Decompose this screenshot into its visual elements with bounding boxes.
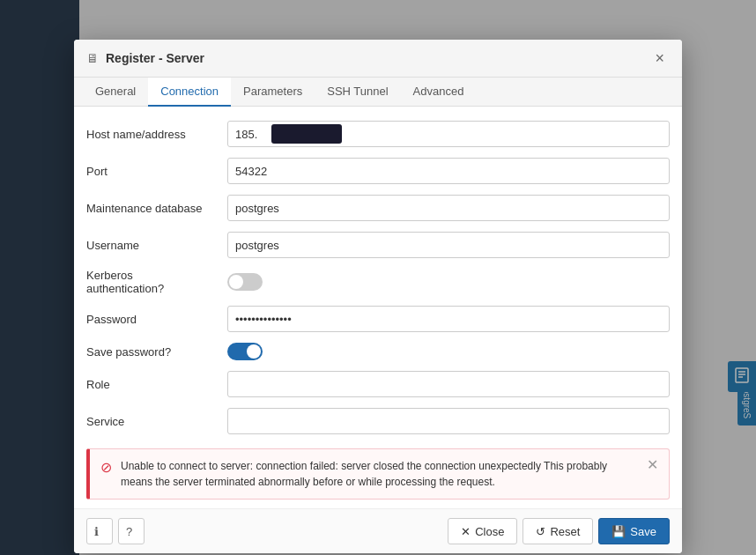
close-label: Close <box>475 525 504 538</box>
help-button[interactable]: ? <box>118 518 145 544</box>
info-button[interactable]: ℹ <box>86 518 113 544</box>
port-label: Port <box>86 165 227 178</box>
save-password-slider <box>227 343 263 360</box>
username-label: Username <box>86 239 227 252</box>
save-password-toggle[interactable] <box>227 343 263 360</box>
reset-button[interactable]: ↺ Reset <box>523 518 593 544</box>
host-label: Host name/address <box>86 128 227 141</box>
tab-connection[interactable]: Connection <box>148 78 231 107</box>
host-input[interactable] <box>227 121 670 147</box>
port-input[interactable] <box>227 158 670 184</box>
username-row: Username <box>86 232 670 258</box>
server-icon: 🖥 <box>86 51 99 65</box>
register-server-modal: 🖥 Register - Server × General Connection… <box>74 40 682 553</box>
kerberos-row: Kerberosauthentication? <box>86 269 670 295</box>
password-label: Password <box>86 313 227 326</box>
footer-left-buttons: ℹ ? <box>86 518 145 544</box>
help-icon: ? <box>126 525 132 538</box>
tab-ssh-tunnel[interactable]: SSH Tunnel <box>315 78 400 107</box>
modal-title: Register - Server <box>106 51 204 65</box>
form-body: Host name/address Port Maintenance datab… <box>74 107 682 448</box>
kerberos-toggle[interactable] <box>227 273 263 291</box>
close-button[interactable]: ✕ Close <box>448 518 517 544</box>
service-input[interactable] <box>227 408 670 434</box>
reset-icon: ↺ <box>536 525 545 538</box>
modal-close-x-button[interactable]: × <box>649 48 670 68</box>
kerberos-label: Kerberosauthentication? <box>86 269 227 295</box>
reset-label: Reset <box>550 525 580 538</box>
maintenance-db-input[interactable] <box>227 195 670 221</box>
tab-parameters[interactable]: Parameters <box>231 78 315 107</box>
error-close-button[interactable]: ✕ <box>647 458 658 472</box>
modal-footer: ℹ ? ✕ Close ↺ Reset 💾 Save <box>74 508 682 553</box>
service-row: Service <box>86 408 670 434</box>
port-row: Port <box>86 158 670 184</box>
save-password-row: Save password? <box>86 343 670 360</box>
role-input[interactable] <box>227 371 670 397</box>
info-icon: ℹ <box>94 525 99 538</box>
save-icon: 💾 <box>611 525 626 538</box>
modal-header: 🖥 Register - Server × <box>74 40 682 78</box>
save-label: Save <box>630 525 656 538</box>
username-input[interactable] <box>227 232 670 258</box>
modal-overlay: 🖥 Register - Server × General Connection… <box>0 0 756 555</box>
maintenance-db-label: Maintenance database <box>86 202 227 215</box>
service-label: Service <box>86 415 227 428</box>
error-icon: ⊘ <box>100 459 112 476</box>
maintenance-db-row: Maintenance database <box>86 195 670 221</box>
error-banner: ⊘ Unable to connect to server: connectio… <box>86 448 670 500</box>
host-row: Host name/address <box>86 121 670 147</box>
password-row: Password <box>86 306 670 332</box>
kerberos-slider <box>227 273 263 291</box>
role-label: Role <box>86 378 227 391</box>
tab-bar: General Connection Parameters SSH Tunnel… <box>74 78 682 107</box>
footer-right-buttons: ✕ Close ↺ Reset 💾 Save <box>448 518 670 544</box>
role-row: Role <box>86 371 670 397</box>
password-input[interactable] <box>227 306 670 332</box>
tab-advanced[interactable]: Advanced <box>401 78 477 107</box>
close-icon: ✕ <box>461 525 471 538</box>
modal-title-area: 🖥 Register - Server <box>86 51 204 65</box>
save-button[interactable]: 💾 Save <box>598 518 670 544</box>
save-password-label: Save password? <box>86 345 227 359</box>
tab-general[interactable]: General <box>83 78 148 107</box>
error-message: Unable to connect to server: connection … <box>121 458 638 490</box>
